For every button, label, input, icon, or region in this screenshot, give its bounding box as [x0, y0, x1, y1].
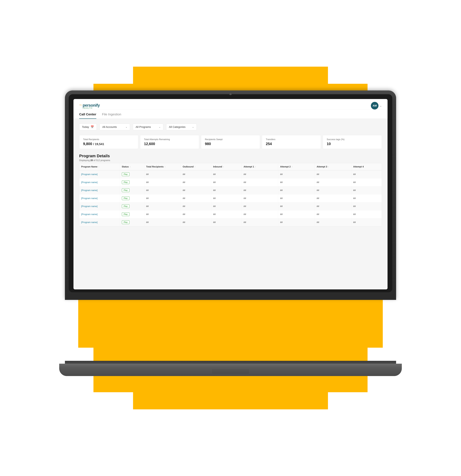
sort-icon-attempt1: ↕ — [255, 166, 256, 168]
play-badge[interactable]: Play — [122, 188, 130, 192]
td-attempt4: ## — [351, 170, 382, 178]
stat-card-success-tags: Success tags (%) 10 — [323, 135, 382, 149]
td-program-name: [Program name] — [79, 170, 120, 178]
stat-value-recipients-swept: 980 — [205, 142, 256, 146]
sort-icon-program-name: ↕ — [98, 166, 99, 168]
laptop-lid: ~ personify HEALTH AM ⌄ — [65, 90, 396, 300]
program-name-link[interactable]: [Program name] — [81, 189, 98, 192]
th-attempt3[interactable]: Attempt 3 ↕ — [315, 163, 351, 170]
td-attempt4: ## — [351, 210, 382, 218]
td-total-recipients: ## — [144, 210, 181, 218]
displaying-mid: of — [93, 159, 96, 162]
date-picker[interactable]: Today 📅 — [79, 124, 97, 130]
th-attempt2[interactable]: Attempt 2 ↕ — [278, 163, 315, 170]
td-program-name: [Program name] — [79, 210, 120, 218]
user-menu-chevron-icon[interactable]: ⌄ — [380, 104, 382, 107]
stat-label-recipients-swept: Recipients Swept — [205, 138, 256, 141]
td-attempt2: ## — [278, 178, 315, 186]
program-name-link[interactable]: [Program name] — [81, 197, 98, 200]
td-program-name: [Program name] — [79, 178, 120, 186]
attempt1-value: ## — [243, 221, 246, 224]
inbound-value: ## — [213, 213, 216, 216]
total-value: ## — [146, 173, 149, 176]
table-row: [Program name] Play ## ## ## ## ## ## ## — [79, 194, 382, 202]
user-avatar[interactable]: AM — [371, 102, 378, 110]
td-inbound: ## — [211, 218, 242, 226]
th-attempt4: Attempt 4 — [351, 163, 382, 170]
td-status: Play — [120, 218, 144, 226]
td-outbound: ## — [181, 210, 211, 218]
play-badge[interactable]: Play — [122, 212, 130, 216]
displaying-total: 512 — [96, 159, 100, 162]
attempt4-value: ## — [353, 205, 356, 208]
play-badge[interactable]: Play — [122, 172, 130, 176]
th-program-name[interactable]: Program Name ↕ — [79, 163, 120, 170]
attempt3-value: ## — [317, 213, 319, 216]
laptop-body — [59, 364, 402, 376]
td-attempt1: ## — [242, 218, 278, 226]
program-name-link[interactable]: [Program name] — [81, 213, 98, 216]
th-status[interactable]: Status ↕ — [120, 163, 144, 170]
stat-card-transfers: Transfers 254 — [262, 135, 321, 149]
attempt1-value: ## — [243, 205, 246, 208]
programs-value: All Programs — [136, 126, 151, 128]
th-inbound[interactable]: Inbound ↕ — [211, 163, 242, 170]
play-badge[interactable]: Play — [122, 180, 130, 184]
attempt4-value: ## — [353, 213, 356, 216]
attempt3-value: ## — [317, 197, 319, 200]
table-row: [Program name] Play ## ## ## ## ## ## ## — [79, 218, 382, 226]
outbound-value: ## — [183, 205, 185, 208]
td-attempt2: ## — [278, 170, 315, 178]
td-attempt3: ## — [315, 194, 351, 202]
play-badge[interactable]: Play — [122, 196, 130, 200]
program-name-link[interactable]: [Program name] — [81, 173, 98, 176]
tab-file-ingestion[interactable]: File Ingestion — [102, 110, 121, 119]
laptop-touchpad[interactable] — [211, 368, 250, 374]
stat-value-red: 9,800 — [83, 142, 92, 146]
attempt2-value: ## — [280, 213, 283, 216]
program-name-link[interactable]: [Program name] — [81, 221, 98, 224]
table-row: [Program name] Play ## ## ## ## ## ## ## — [79, 170, 382, 178]
td-attempt1: ## — [242, 194, 278, 202]
categories-dropdown[interactable]: All Categories ⌄ — [166, 124, 197, 130]
td-attempt4: ## — [351, 218, 382, 226]
td-inbound: ## — [211, 178, 242, 186]
outbound-value: ## — [183, 213, 185, 216]
attempt4-value: ## — [353, 189, 356, 192]
attempt4-value: ## — [353, 221, 356, 224]
accounts-chevron-icon: ⌄ — [126, 126, 127, 128]
attempt2-value: ## — [280, 189, 283, 192]
th-total-recipients[interactable]: Total Recipients ↕ — [144, 163, 181, 170]
accounts-dropdown[interactable]: All Accounts ⌄ — [100, 124, 130, 130]
td-attempt3: ## — [315, 186, 351, 194]
td-program-name: [Program name] — [79, 218, 120, 226]
th-outbound[interactable]: Outbound ↕ — [181, 163, 211, 170]
th-attempt1[interactable]: Attempt 1 ↕ — [242, 163, 278, 170]
td-attempt3: ## — [315, 202, 351, 210]
table-header: Program Name ↕ Status ↕ Total Recipients… — [79, 163, 382, 170]
td-attempt3: ## — [315, 170, 351, 178]
play-badge[interactable]: Play — [122, 204, 130, 208]
attempt3-value: ## — [317, 181, 319, 184]
filter-bar: Today 📅 All Accounts ⌄ All Programs ⌄ — [79, 124, 382, 130]
td-outbound: ## — [181, 194, 211, 202]
program-name-link[interactable]: [Program name] — [81, 205, 98, 208]
user-menu-area[interactable]: AM ⌄ — [371, 102, 382, 110]
stat-value-total-recipients: 9,800 / 19,541 — [83, 142, 134, 146]
td-outbound: ## — [181, 178, 211, 186]
sort-icon-attempt2: ↕ — [292, 166, 293, 168]
td-attempt2: ## — [278, 210, 315, 218]
stat-card-recipients-swept: Recipients Swept 980 — [201, 135, 260, 149]
td-attempt1: ## — [242, 170, 278, 178]
td-attempt4: ## — [351, 194, 382, 202]
inbound-value: ## — [213, 189, 216, 192]
stat-value-success-tags: 10 — [327, 142, 378, 146]
program-name-link[interactable]: [Program name] — [81, 181, 98, 184]
attempt1-value: ## — [243, 197, 246, 200]
tab-call-center[interactable]: Call Center — [79, 110, 96, 119]
td-attempt4: ## — [351, 186, 382, 194]
logo: ~ personify HEALTH — [79, 102, 100, 109]
play-badge[interactable]: Play — [122, 220, 130, 224]
programs-dropdown[interactable]: All Programs ⌄ — [133, 124, 163, 130]
td-total-recipients: ## — [144, 178, 181, 186]
